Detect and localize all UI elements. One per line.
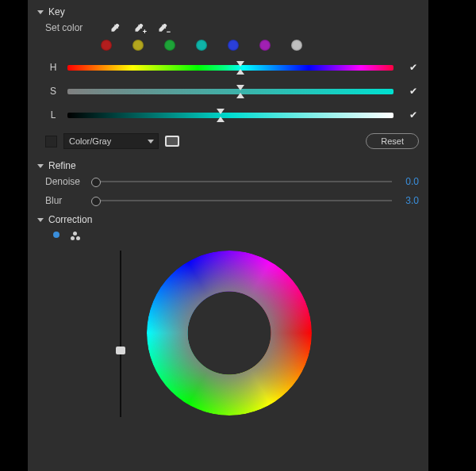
colorgray-row: Color/Gray Reset (45, 133, 419, 149)
denoise-label: Denoise (45, 176, 90, 187)
single-color-mode-icon[interactable] (53, 232, 60, 238)
caret-down-icon (37, 10, 44, 14)
swatch-red[interactable] (101, 40, 112, 51)
value-thumb[interactable] (116, 347, 125, 354)
saturation-label: S (45, 86, 61, 97)
colorgray-value: Color/Gray (69, 136, 111, 146)
luma-checkbox[interactable]: ✔ (408, 109, 419, 121)
set-color-row: Set color + − (45, 22, 419, 33)
denoise-value[interactable]: 0.0 (398, 176, 419, 187)
three-way-mode-icon[interactable] (71, 232, 80, 239)
swatch-cyan[interactable] (196, 40, 207, 51)
swatch-magenta[interactable] (259, 40, 271, 51)
blur-value[interactable]: 3.0 (398, 195, 419, 206)
swatch-gray[interactable] (291, 40, 302, 51)
effects-panel: Key Set color + − H (28, 0, 428, 471)
hue-slider-row: H ✔ (45, 62, 419, 73)
caret-down-icon (37, 218, 44, 222)
swatch-picker-icon[interactable] (165, 136, 179, 147)
color-wheel-inner-fade (147, 251, 312, 415)
correction-mode-toggle (53, 232, 419, 239)
color-wheel-area (117, 251, 323, 417)
blur-thumb[interactable] (91, 197, 101, 206)
chevron-down-icon (148, 140, 154, 144)
refine-section-header[interactable]: Refine (37, 160, 419, 171)
swatch-green[interactable] (164, 40, 175, 51)
reset-button[interactable]: Reset (366, 133, 419, 149)
eyedropper-remove-icon[interactable]: − (156, 22, 167, 33)
value-slider[interactable] (117, 251, 125, 417)
swatch-blue[interactable] (228, 40, 239, 51)
caret-down-icon (37, 164, 44, 168)
correction-section-header[interactable]: Correction (37, 214, 419, 225)
key-section-header[interactable]: Key (37, 6, 419, 17)
swatch-yellow[interactable] (132, 40, 144, 51)
luma-thumb[interactable] (217, 109, 225, 120)
luma-label: L (45, 109, 61, 121)
hue-checkbox[interactable]: ✔ (408, 62, 419, 73)
refine-title: Refine (48, 160, 76, 171)
eyedropper-group: + − (109, 22, 167, 33)
luma-slider-row: L ✔ (45, 109, 419, 121)
eyedropper-icon[interactable] (109, 22, 120, 33)
saturation-slider-row: S ✔ (45, 86, 419, 97)
denoise-slider[interactable] (96, 181, 392, 182)
eyedropper-add-icon[interactable]: + (132, 22, 144, 33)
blur-slider[interactable] (96, 200, 392, 201)
colorgray-checkbox[interactable] (45, 136, 57, 147)
saturation-checkbox[interactable]: ✔ (408, 86, 419, 97)
hue-label: H (45, 62, 61, 73)
blur-label: Blur (45, 195, 90, 206)
saturation-slider[interactable] (67, 89, 393, 94)
set-color-label: Set color (45, 22, 96, 33)
hue-thumb[interactable] (236, 61, 244, 72)
value-track (120, 251, 121, 417)
denoise-row: Denoise 0.0 (45, 176, 419, 187)
blur-row: Blur 3.0 (45, 195, 419, 206)
saturation-thumb[interactable] (236, 85, 244, 96)
luma-slider[interactable] (67, 113, 393, 118)
key-title: Key (48, 6, 65, 17)
hue-slider[interactable] (67, 65, 393, 71)
color-swatches (101, 40, 419, 51)
colorgray-dropdown[interactable]: Color/Gray (63, 133, 159, 149)
denoise-thumb[interactable] (91, 178, 101, 187)
correction-title: Correction (48, 214, 92, 225)
